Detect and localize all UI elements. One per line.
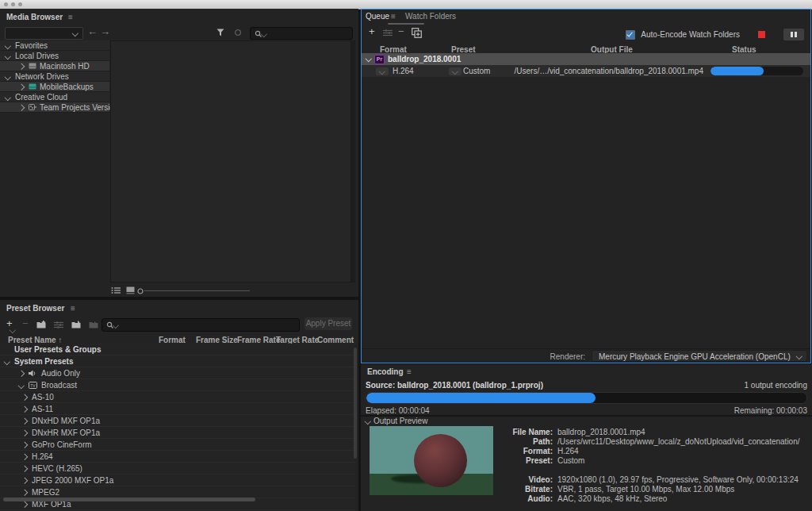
chevron-right-icon[interactable] [21, 501, 28, 508]
chevron-right-icon[interactable] [21, 406, 28, 413]
chevron-right-icon[interactable] [21, 430, 28, 436]
add-source-button[interactable]: + [369, 27, 375, 36]
preset-row[interactable]: Audio Only [0, 367, 355, 379]
chevron-down-icon[interactable] [4, 359, 10, 365]
ingest-settings-icon[interactable] [234, 29, 242, 36]
preset-row[interactable]: MPEG2 [0, 486, 355, 498]
tree-item[interactable]: Favorites [0, 40, 109, 51]
preset-row[interactable]: User Presets & Groups [0, 344, 355, 355]
remove-preset-button[interactable]: − [22, 319, 29, 328]
preset-row[interactable]: H.264 [0, 451, 355, 463]
chevron-right-icon[interactable] [21, 466, 28, 472]
window-minimize-icon[interactable] [11, 2, 15, 6]
queue-preset-value[interactable]: Custom [463, 67, 490, 75]
window-close-icon[interactable] [4, 2, 8, 6]
preset-browser-header[interactable]: Preset Browser ≡ [0, 300, 358, 316]
remove-source-button[interactable]: − [398, 27, 404, 36]
output-preview-image [370, 426, 493, 495]
media-browser-tree: FavoritesLocal DrivesMacintosh HDNetwork… [0, 40, 109, 113]
svg-text:TV: TV [30, 383, 36, 388]
chevron-down-icon[interactable] [365, 418, 371, 425]
queue-output-row[interactable]: H.264 Custom /Users/…/vid_concatenation/… [362, 65, 810, 77]
format-select[interactable] [376, 67, 389, 75]
chevron-down-icon[interactable] [18, 382, 25, 389]
preset-row[interactable]: JPEG 2000 MXF OP1a [0, 474, 355, 486]
duplicate-icon[interactable] [412, 28, 422, 38]
tree-item[interactable]: Creative Cloud [0, 92, 109, 102]
preset-row-label: GoPro CineForm [32, 440, 92, 449]
panel-menu-icon[interactable]: ≡ [407, 367, 412, 376]
stitch-settings-icon[interactable] [383, 29, 393, 36]
chevron-down-icon[interactable] [366, 56, 372, 62]
chevron-right-icon[interactable] [21, 418, 28, 425]
tab-watch-folders[interactable]: Watch Folders [405, 12, 456, 21]
preset-row[interactable]: GoPro CineForm [0, 439, 355, 451]
chevron-right-icon[interactable] [21, 490, 28, 496]
filter-icon[interactable] [216, 29, 225, 37]
chevron-down-icon[interactable] [5, 94, 11, 101]
preset-row[interactable]: DNxHR MXF OP1a [0, 427, 355, 439]
panel-menu-icon[interactable]: ≡ [391, 12, 396, 21]
chevron-right-icon[interactable] [18, 371, 25, 377]
import-preset-icon[interactable] [71, 321, 81, 328]
stop-queue-button[interactable] [758, 31, 765, 38]
preset-row[interactable]: HEVC (H.265) [0, 463, 355, 474]
queue-group-row[interactable]: Pr balldrop_2018.0001 [362, 53, 810, 65]
preset-h-scrollbar-thumb[interactable] [3, 498, 255, 501]
back-icon[interactable]: ← [87, 27, 98, 36]
apply-preset-button[interactable]: Apply Preset [304, 317, 352, 330]
tree-item[interactable]: Network Drives [0, 71, 109, 82]
media-browser-content-area[interactable] [110, 40, 351, 282]
zoom-slider-track[interactable] [144, 290, 250, 291]
chevron-right-icon[interactable] [21, 478, 28, 484]
preset-search-input[interactable] [102, 318, 300, 332]
chevron-down-icon[interactable] [5, 43, 11, 49]
tree-item[interactable]: Macintosh HD [0, 61, 109, 71]
queue-output-file[interactable]: /Users/…/vid_concatenation/balldrop_2018… [515, 67, 704, 75]
pause-queue-button[interactable] [783, 29, 804, 40]
chevron-down-icon [10, 327, 16, 333]
tree-item[interactable]: Team Projects Versions [0, 102, 109, 113]
preset-row[interactable]: AS-11 [0, 403, 355, 415]
encoding-header[interactable]: Encoding ≡ [361, 364, 812, 378]
detail-label: Path: [533, 437, 553, 446]
tree-item-label: Network Drives [15, 72, 69, 81]
media-browser-location-dropdown[interactable] [5, 27, 83, 40]
new-preset-group-icon[interactable] [36, 321, 46, 328]
preset-select[interactable] [449, 67, 462, 75]
forward-icon[interactable]: → [100, 27, 110, 36]
preset-row[interactable]: System Presets [0, 355, 355, 367]
window-zoom-icon[interactable] [18, 2, 22, 6]
chevron-right-icon[interactable] [18, 63, 25, 70]
tree-item[interactable]: Local Drives [0, 51, 109, 61]
thumbnail-view-icon[interactable] [126, 286, 135, 294]
panel-menu-icon[interactable]: ≡ [68, 13, 73, 21]
queue-format-value[interactable]: H.264 [393, 67, 414, 75]
queue-h-scrollbar-thumb[interactable] [388, 23, 424, 25]
media-browser-scrollbar[interactable] [351, 40, 355, 282]
chevron-right-icon[interactable] [21, 454, 28, 460]
renderer-select[interactable]: Mercury Playback Engine GPU Acceleration… [592, 350, 807, 362]
preset-row[interactable]: TVBroadcast [0, 379, 355, 391]
chevron-right-icon[interactable] [21, 442, 28, 448]
tree-item[interactable]: MobileBackups [0, 82, 109, 92]
chevron-right-icon[interactable] [21, 394, 28, 401]
export-preset-icon[interactable] [89, 321, 98, 328]
list-view-icon[interactable] [111, 286, 121, 294]
auto-encode-checkbox[interactable] [626, 30, 635, 40]
queue-status-progress-fill [710, 67, 764, 75]
preset-row[interactable]: AS-10 [0, 391, 355, 403]
media-browser-header[interactable]: Media Browser ≡ [0, 9, 358, 25]
media-browser-search-input[interactable] [250, 27, 353, 40]
zoom-slider-handle[interactable] [137, 288, 144, 294]
preset-settings-icon[interactable] [54, 321, 63, 328]
chevron-right-icon[interactable] [18, 105, 25, 111]
panel-menu-icon[interactable]: ≡ [71, 304, 75, 313]
preset-row[interactable]: DNxHD MXF OP1a [0, 415, 355, 427]
preset-v-scrollbar-thumb[interactable] [354, 348, 357, 459]
tab-queue[interactable]: Queue [366, 12, 389, 21]
preset-row-label: DNxHR MXF OP1a [32, 428, 100, 437]
chevron-down-icon[interactable] [5, 53, 11, 60]
chevron-right-icon[interactable] [18, 84, 25, 90]
chevron-down-icon[interactable] [5, 74, 11, 80]
